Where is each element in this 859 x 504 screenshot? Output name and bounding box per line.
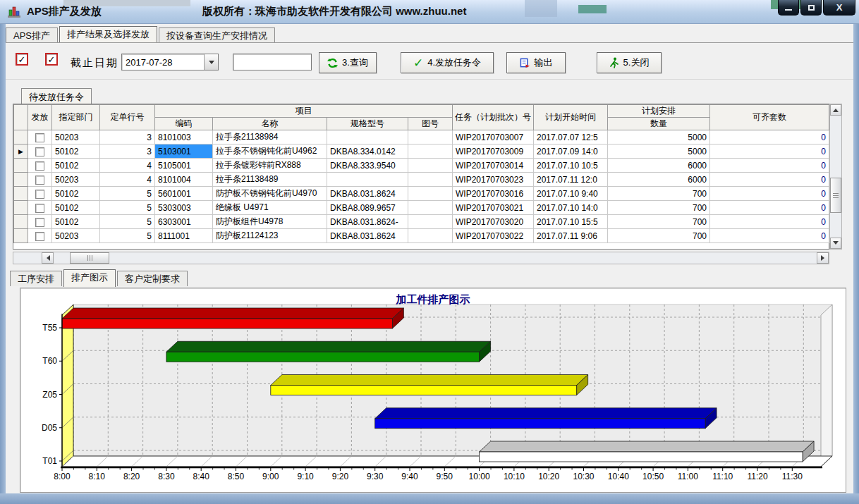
sets-cell[interactable]: 0 [710,187,829,201]
dispatch-cell[interactable] [28,229,52,243]
task-no-cell[interactable]: WIP20170703021 [453,201,534,215]
task-no-cell[interactable]: WIP20170703022 [453,229,534,243]
spec-cell[interactable] [327,130,408,145]
name-cell[interactable]: 绝缘板 U4971 [213,201,327,215]
line-no-cell[interactable]: 5 [100,215,155,229]
dispatch-cell[interactable] [28,159,52,173]
line-no-cell[interactable]: 4 [100,159,155,173]
name-cell[interactable]: 拉手条镀彩锌前RX888 [213,159,327,173]
task-no-cell[interactable]: WIP20170703007 [453,130,534,145]
start-time-cell[interactable]: 2017.07.09 14:0 [534,145,608,159]
drawing-cell[interactable] [408,173,453,187]
drawing-cell[interactable] [408,159,453,173]
dispatch-task-button[interactable]: ✓ 4.发放任务令 [401,52,494,73]
drawing-cell[interactable] [408,229,453,243]
qty-cell[interactable]: 6000 [608,173,710,187]
scroll-right-button[interactable] [817,252,829,264]
code-cell[interactable]: 8101004 [155,173,213,187]
name-cell[interactable]: 防护板组件U4978 [213,215,327,229]
name-cell[interactable]: 拉手条21138489 [213,173,327,187]
horizontal-scroll-thumb[interactable] [70,252,109,264]
start-time-cell[interactable]: 2017.07.10 14:0 [534,201,608,215]
dept-cell[interactable]: 50203 [52,173,100,187]
tab-process-arrangement[interactable]: 工序安排 [10,271,62,286]
close-form-button[interactable]: 5.关闭 [597,52,662,73]
dispatch-checkbox[interactable] [35,190,44,199]
spec-cell[interactable]: DKBA8.031.8624 [327,229,408,243]
start-time-cell[interactable]: 2017.07.10 9:40 [534,187,608,201]
start-time-cell[interactable]: 2017.07.11 9:06 [534,229,608,243]
spec-cell[interactable]: DKBA8.333.9540 [327,159,408,173]
maximize-button[interactable] [800,0,822,16]
code-cell[interactable]: 5601001 [155,187,213,201]
close-button[interactable]: X [823,0,855,16]
start-time-cell[interactable]: 2017.07.07 12:5 [534,130,608,145]
tab-equipment-query[interactable]: 按设备查询生产安排情况 [159,27,275,43]
tab-customer-requirements[interactable]: 客户定制要求 [117,271,188,286]
line-no-cell[interactable]: 3 [100,145,155,159]
dispatch-cell[interactable] [28,215,52,229]
task-no-cell[interactable]: WIP20170703023 [453,173,534,187]
code-cell[interactable]: 5303003 [155,201,213,215]
dispatch-cell[interactable] [28,201,52,215]
dept-cell[interactable]: 50102 [52,187,100,201]
dispatch-checkbox[interactable] [35,204,44,213]
line-no-cell[interactable]: 3 [100,130,155,145]
combobox-dropdown-button[interactable] [204,54,218,70]
spec-cell[interactable]: DKBA8.089.9657 [327,201,408,215]
dispatch-cell[interactable] [28,187,52,201]
line-no-cell[interactable]: 5 [100,229,155,243]
start-time-cell[interactable]: 2017.07.10 15:5 [534,215,608,229]
sets-cell[interactable]: 0 [710,201,829,215]
drawing-cell[interactable] [408,215,453,229]
line-no-cell[interactable]: 5 [100,201,155,215]
drawing-cell[interactable] [408,130,453,145]
name-cell[interactable]: 拉手条21138984 [213,130,327,145]
code-cell[interactable]: 5105001 [155,159,213,173]
qty-cell[interactable]: 700 [608,201,710,215]
qty-cell[interactable]: 6000 [608,159,710,173]
task-no-cell[interactable]: WIP20170703009 [453,145,534,159]
code-cell[interactable]: 6303001 [155,215,213,229]
sets-cell[interactable]: 0 [710,229,829,243]
name-cell[interactable]: 拉手条不锈钢钝化前U4962 [213,145,327,159]
task-no-cell[interactable]: WIP20170703014 [453,159,534,173]
dispatch-checkbox[interactable] [35,133,44,142]
line-no-cell[interactable]: 4 [100,173,155,187]
name-cell[interactable]: 防护板21124123 [213,229,327,243]
minimize-button[interactable] [778,0,799,16]
qty-cell[interactable]: 5000 [608,145,710,159]
query-button[interactable]: 3.查询 [319,52,377,73]
dept-cell[interactable]: 50203 [52,130,100,145]
tab-schedule-result[interactable]: 排产结果及选择发放 [59,26,157,44]
line-no-cell[interactable]: 5 [100,187,155,201]
tab-aps-scheduling[interactable]: APS排产 [6,27,58,43]
filter-input[interactable] [233,54,312,70]
select-all-checkbox-1[interactable]: ✓ [16,53,28,66]
qty-cell[interactable]: 700 [608,229,710,243]
scroll-up-button[interactable] [830,104,841,116]
tab-schedule-chart[interactable]: 排产图示 [63,269,116,287]
drawing-cell[interactable] [408,145,453,159]
vertical-scroll-thumb[interactable] [830,178,841,213]
deadline-date-combobox[interactable]: 2017-07-28 [121,54,219,70]
dispatch-checkbox[interactable] [35,176,44,185]
sets-cell[interactable]: 0 [710,215,829,229]
start-time-cell[interactable]: 2017.07.10 10:5 [534,159,608,173]
qty-cell[interactable]: 700 [608,187,710,201]
dept-cell[interactable]: 50102 [52,201,100,215]
dispatch-checkbox[interactable] [35,232,44,241]
dispatch-cell[interactable] [28,145,52,159]
dispatch-checkbox[interactable] [35,218,44,227]
code-cell[interactable]: 8111001 [155,229,213,243]
task-no-cell[interactable]: WIP20170703016 [453,187,534,201]
scroll-left-button[interactable] [42,252,54,264]
qty-cell[interactable]: 5000 [608,130,710,145]
spec-cell[interactable]: DKBA8.334.0142 [327,145,408,159]
task-no-cell[interactable]: WIP20170703020 [453,215,534,229]
start-time-cell[interactable]: 2017.07.11 12:0 [534,173,608,187]
dispatch-cell[interactable] [28,130,52,145]
dispatch-checkbox[interactable] [35,161,44,171]
sets-cell[interactable]: 0 [710,145,829,159]
code-cell[interactable]: 8101003 [155,130,213,145]
